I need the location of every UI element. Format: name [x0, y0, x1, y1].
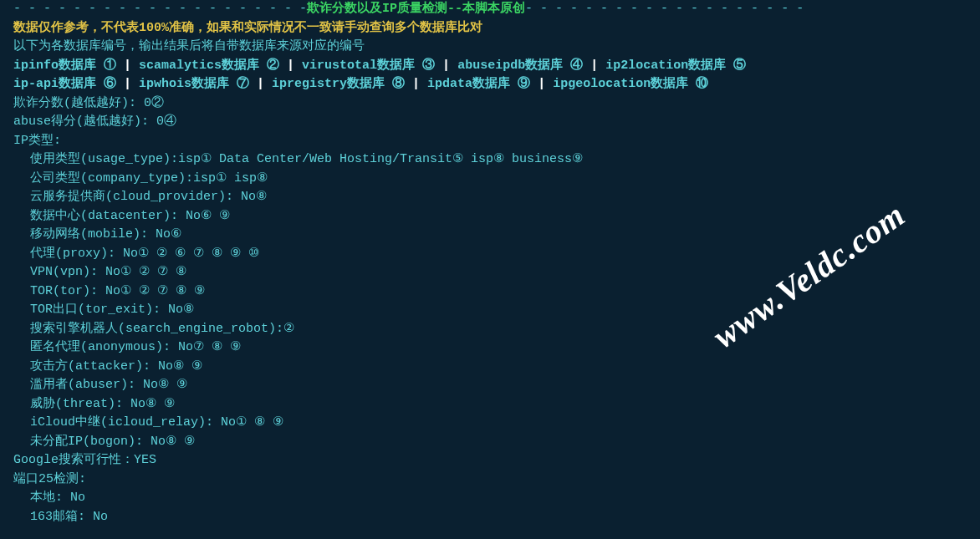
db-ipgeolocation: ipgeolocation数据库 ⑩	[553, 77, 708, 91]
db-scamalytics: scamalytics数据库 ②	[139, 58, 279, 73]
anonymous-line: 匿名代理(anonymous): No⑦ ⑧ ⑨	[13, 338, 967, 358]
ip-type-header: IP类型:	[13, 132, 967, 151]
google-search-line: Google搜索可行性：YES	[13, 451, 967, 470]
db-ipdata: ipdata数据库 ⑨	[427, 77, 530, 91]
abuse-score-label: abuse得分(越低越好):	[13, 114, 156, 129]
abuse-score-value: 0④	[156, 114, 176, 129]
db-ip2location: ip2location数据库 ⑤	[605, 58, 746, 73]
mobile-line: 移动网络(mobile): No⑥	[13, 226, 967, 245]
section-title: 欺诈分数以及IP质量检测--本脚本原创	[307, 2, 525, 16]
threat-line: 威胁(threat): No⑧ ⑨	[13, 395, 967, 414]
cloud-provider-line: 云服务提供商(cloud_provider): No⑧	[13, 188, 967, 207]
title-suffix-dashes: - - - - - - - - - - - - - - - - - - -	[525, 2, 804, 16]
port25-163-value: No	[93, 510, 108, 524]
datacenter-line: 数据中心(datacenter): No⑥ ⑨	[13, 207, 967, 226]
db-ipwhois: ipwhois数据库 ⑦	[139, 77, 249, 91]
db-row-1: ipinfo数据库 ① | scamalytics数据库 ② | virusto…	[13, 57, 967, 76]
google-search-value: YES	[134, 453, 156, 467]
proxy-line: 代理(proxy): No① ② ⑥ ⑦ ⑧ ⑨ ⑩	[13, 245, 967, 264]
search-engine-robot-line: 搜索引擎机器人(search_engine_robot):②	[13, 320, 967, 339]
usage-type-line: 使用类型(usage_type):isp① Data Center/Web Ho…	[13, 150, 967, 170]
title-prefix-dashes: - - - - - - - - - - - - - - - - - - - -	[13, 2, 307, 16]
port25-local-value: No	[70, 491, 85, 505]
fraud-score-line: 欺诈分数(越低越好): 0②	[13, 94, 967, 114]
db-ipregistry: ipregistry数据库 ⑧	[272, 77, 405, 91]
db-virustotal: virustotal数据库 ③	[302, 58, 435, 73]
port25-local-label: 本地:	[30, 491, 70, 505]
google-search-label: Google搜索可行性：	[13, 453, 134, 467]
db-abuseipdb: abuseipdb数据库 ④	[457, 58, 583, 73]
db-intro: 以下为各数据库编号，输出结果后将自带数据库来源对应的编号	[13, 38, 967, 57]
db-row-2: ip-api数据库 ⑥ | ipwhois数据库 ⑦ | ipregistry数…	[13, 75, 967, 94]
abuser-line: 滥用者(abuser): No⑧ ⑨	[13, 376, 967, 395]
bogon-line: 未分配IP(bogon): No⑧ ⑨	[13, 433, 967, 452]
fraud-score-label: 欺诈分数(越低越好):	[13, 96, 144, 110]
attacker-line: 攻击方(attacker): No⑧ ⑨	[13, 358, 967, 377]
port25-163-line: 163邮箱: No	[13, 508, 967, 527]
port25-local-line: 本地: No	[13, 489, 967, 508]
abuse-score-line: abuse得分(越低越好): 0④	[13, 113, 967, 132]
vpn-line: VPN(vpn): No① ② ⑦ ⑧	[13, 263, 967, 282]
tor-exit-line: TOR出口(tor_exit): No⑧	[13, 301, 967, 320]
icloud-relay-line: iCloud中继(icloud_relay): No① ⑧ ⑨	[13, 414, 967, 433]
db-ipinfo: ipinfo数据库 ①	[13, 58, 116, 73]
company-type-line: 公司类型(company_type):isp① isp⑧	[13, 170, 967, 189]
port25-163-label: 163邮箱:	[30, 510, 93, 524]
tor-line: TOR(tor): No① ② ⑦ ⑧ ⑨	[13, 282, 967, 302]
warning-text: 数据仅作参考，不代表100%准确，如果和实际情况不一致请手动查询多个数据库比对	[13, 19, 967, 38]
db-ipapi: ip-api数据库 ⑥	[13, 77, 116, 91]
fraud-score-value: 0②	[144, 96, 164, 110]
port25-header: 端口25检测:	[13, 470, 967, 490]
